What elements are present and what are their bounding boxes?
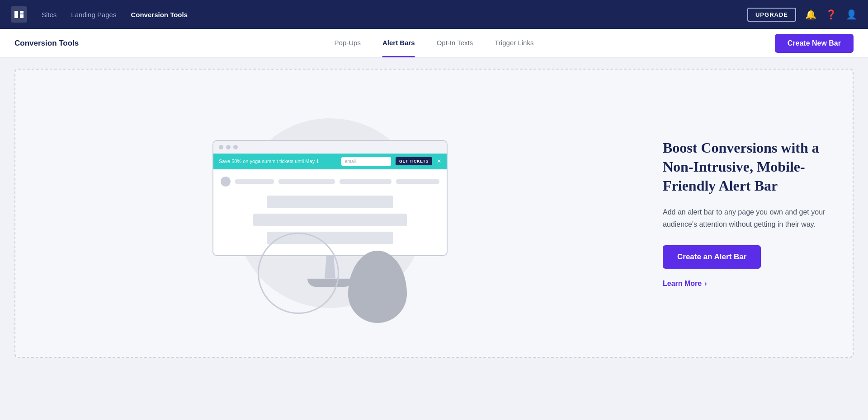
top-nav-right: UPGRADE 🔔 ❓ 👤 bbox=[747, 8, 857, 22]
get-tickets-button: GET TICKETS bbox=[396, 157, 432, 165]
sub-nav: Conversion Tools Pop-Ups Alert Bars Opt-… bbox=[0, 29, 868, 58]
tab-alert-bars[interactable]: Alert Bars bbox=[382, 29, 415, 57]
content-block-1 bbox=[267, 196, 393, 208]
help-icon[interactable]: ❓ bbox=[826, 9, 837, 20]
alert-bar-text: Save 50% on yoga summit tickets until Ma… bbox=[219, 159, 337, 164]
close-icon: ✕ bbox=[437, 158, 441, 164]
content-block-2 bbox=[253, 214, 407, 226]
nav-conversion-tools[interactable]: Conversion Tools bbox=[131, 11, 188, 19]
logo[interactable] bbox=[11, 6, 27, 23]
user-icon[interactable]: 👤 bbox=[846, 9, 857, 20]
sub-nav-tabs: Pop-Ups Alert Bars Opt-In Texts Trigger … bbox=[335, 29, 534, 57]
content-card: Save 50% on yoga summit tickets until Ma… bbox=[14, 69, 854, 358]
line-1 bbox=[235, 179, 274, 184]
dot-3 bbox=[233, 145, 238, 149]
decorative-circle bbox=[258, 233, 339, 314]
content-lines bbox=[221, 192, 439, 248]
main-description: Add an alert bar to any page you own and… bbox=[663, 206, 835, 230]
monitor-wrapper: Save 50% on yoga summit tickets until Ma… bbox=[212, 140, 448, 287]
decorative-blob bbox=[348, 251, 407, 323]
main-content: Save 50% on yoga summit tickets until Ma… bbox=[0, 58, 868, 420]
upgrade-button[interactable]: UPGRADE bbox=[747, 8, 796, 22]
tab-pop-ups[interactable]: Pop-Ups bbox=[335, 29, 361, 57]
content-row-1 bbox=[221, 177, 439, 187]
illustration-side: Save 50% on yoga summit tickets until Ma… bbox=[15, 122, 645, 305]
avatar-mock bbox=[221, 177, 231, 187]
create-new-bar-button[interactable]: Create New Bar bbox=[775, 34, 854, 53]
sub-nav-title: Conversion Tools bbox=[14, 39, 79, 48]
dot-2 bbox=[226, 145, 231, 149]
chevron-right-icon: › bbox=[704, 280, 707, 288]
top-nav: Sites Landing Pages Conversion Tools UPG… bbox=[0, 0, 868, 29]
tab-trigger-links[interactable]: Trigger Links bbox=[495, 29, 533, 57]
text-side: Boost Conversions with a Non-Intrusive, … bbox=[645, 112, 853, 314]
create-alert-bar-button[interactable]: Create an Alert Bar bbox=[663, 245, 761, 269]
bell-icon[interactable]: 🔔 bbox=[805, 9, 816, 20]
line-3 bbox=[340, 179, 392, 184]
main-headline: Boost Conversions with a Non-Intrusive, … bbox=[663, 139, 835, 195]
svg-rect-0 bbox=[11, 6, 27, 23]
dot-1 bbox=[219, 145, 223, 149]
learn-more-text: Learn More bbox=[663, 280, 702, 288]
nav-sites[interactable]: Sites bbox=[42, 11, 57, 19]
monitor-header bbox=[213, 141, 447, 154]
monitor-illustration: Save 50% on yoga summit tickets until Ma… bbox=[212, 140, 448, 256]
page-content-mock bbox=[213, 169, 447, 255]
nav-landing-pages[interactable]: Landing Pages bbox=[71, 11, 116, 19]
alert-bar-preview: Save 50% on yoga summit tickets until Ma… bbox=[213, 154, 447, 169]
line-2 bbox=[278, 179, 335, 184]
learn-more-link[interactable]: Learn More › bbox=[663, 280, 835, 288]
top-nav-left: Sites Landing Pages Conversion Tools bbox=[11, 6, 188, 23]
tab-opt-in-texts[interactable]: Opt-In Texts bbox=[437, 29, 473, 57]
email-input-mock: email bbox=[341, 157, 391, 166]
line-4 bbox=[396, 179, 439, 184]
